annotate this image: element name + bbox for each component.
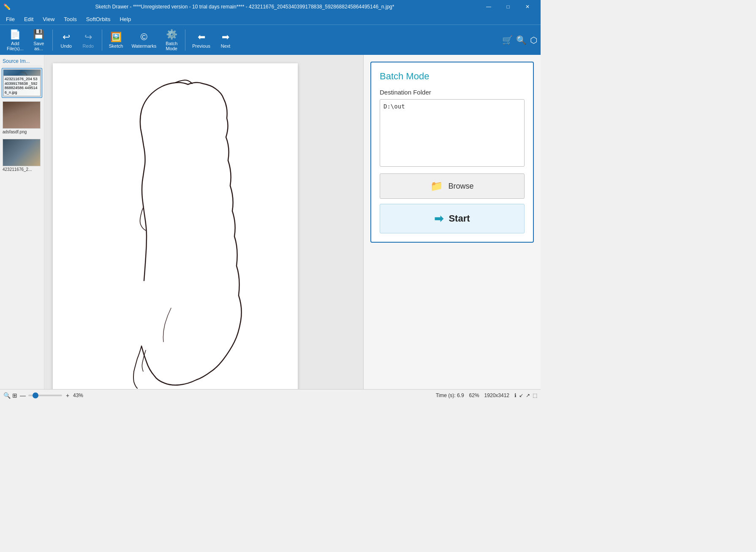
menu-edit[interactable]: Edit — [20, 15, 38, 23]
destination-folder-label: Destination Folder — [380, 89, 525, 96]
share-icon[interactable]: ↙ — [519, 392, 523, 398]
thumbnail-tooltip: 423211676_204 5340399178838 _59286882458… — [3, 76, 41, 96]
sidebar-title: Source Im... — [2, 57, 42, 66]
browse-button[interactable]: 📁 Browse — [380, 173, 525, 199]
right-panel: Batch Mode Destination Folder D:\out 📁 B… — [363, 55, 541, 389]
redo-label: Redo — [83, 43, 94, 49]
canvas-inner — [53, 63, 298, 389]
close-button[interactable]: ✕ — [518, 0, 537, 14]
menu-view[interactable]: View — [38, 15, 59, 23]
copy-icon[interactable]: ⬚ — [533, 392, 537, 398]
save-as-label: Saveas... — [33, 41, 44, 51]
thumbnail-1: 423211676_204 5340399178838 _59286882458… — [3, 69, 41, 97]
dimensions-label: 1920x3412 — [484, 392, 509, 398]
redo-button[interactable]: ↪ Redo — [78, 27, 98, 53]
watermarks-label: Watermarks — [131, 43, 156, 49]
toolbar-sep-3 — [185, 30, 185, 51]
menu-softorbits[interactable]: SoftOrbits — [82, 15, 115, 23]
undo-label: Undo — [61, 43, 72, 49]
zoom-value: 43% — [73, 392, 83, 398]
thumbnail-3 — [3, 139, 41, 166]
zoom-percent: 62% — [469, 392, 479, 398]
sidebar: Source Im... 423211676_204 5340399178838… — [0, 55, 44, 389]
sketch-button[interactable]: 🖼️ Sketch — [106, 27, 127, 53]
fit-icon[interactable]: ⊞ — [12, 392, 17, 399]
list-item[interactable]: 423211676_204 5340399178838 _59286882458… — [2, 68, 42, 98]
zoom-minus-button[interactable]: — — [19, 392, 27, 399]
sketch-icon: 🖼️ — [110, 32, 122, 43]
title-bar: ✏️ Sketch Drawer - ****Unregistered vers… — [0, 0, 541, 14]
title-bar-left: ✏️ — [3, 3, 11, 10]
canvas-area — [44, 55, 363, 389]
thumbnail-2 — [3, 101, 41, 129]
add-files-icon: 📄 — [9, 29, 21, 40]
zoom-controls: — + — [19, 392, 71, 399]
previous-icon: ⬅ — [198, 32, 205, 43]
list-item[interactable]: adsfasdf.png — [2, 100, 42, 135]
zoom-slider[interactable] — [28, 395, 62, 396]
toolbar-right-icons: 🛒 🔍 ⬡ — [502, 35, 537, 45]
time-label: Time (s): 6.9 — [436, 392, 464, 398]
previous-label: Previous — [192, 43, 210, 49]
save-as-button[interactable]: 💾 Saveas... — [29, 27, 49, 53]
browse-label: Browse — [448, 182, 473, 191]
info-icon[interactable]: ℹ — [514, 392, 517, 398]
menu-help[interactable]: Help — [115, 15, 135, 23]
zoom-thumb[interactable] — [33, 392, 38, 398]
main-area: Source Im... 423211676_204 5340399178838… — [0, 55, 541, 389]
title-bar-controls[interactable]: — □ ✕ — [479, 0, 537, 14]
batch-mode-label: BatchMode — [166, 41, 177, 51]
watermarks-icon: © — [141, 32, 147, 43]
destination-folder-input[interactable]: D:\out — [380, 99, 525, 167]
status-left: 🔍 ⊞ — + 43% — [3, 392, 83, 399]
cube-icon[interactable]: ⬡ — [530, 35, 537, 45]
add-files-label: AddFile(s)... — [7, 41, 24, 51]
previous-button[interactable]: ⬅ Previous — [189, 27, 214, 53]
start-arrow-icon: ➡ — [434, 212, 443, 225]
toolbar-sep-1 — [52, 30, 53, 51]
batch-mode-icon: ⚙️ — [166, 29, 177, 40]
cart-icon[interactable]: 🛒 — [502, 35, 513, 45]
next-label: Next — [221, 43, 231, 49]
maximize-button[interactable]: □ — [498, 0, 518, 14]
toolbar-sep-2 — [102, 30, 102, 51]
thumbnail-3-label: 423211676_2... — [3, 167, 41, 172]
zoom-plus-button[interactable]: + — [64, 392, 71, 399]
add-files-button[interactable]: 📄 AddFile(s)... — [3, 27, 27, 53]
batch-mode-title: Batch Mode — [380, 71, 525, 82]
menu-file[interactable]: File — [2, 15, 19, 23]
folder-icon: 📁 — [430, 180, 443, 192]
batch-panel: Batch Mode Destination Folder D:\out 📁 B… — [370, 62, 534, 243]
minimize-button[interactable]: — — [479, 0, 498, 14]
zoom-fit-icon[interactable]: 🔍 — [3, 392, 11, 399]
batch-mode-button[interactable]: ⚙️ BatchMode — [161, 27, 182, 53]
toolbar: 📄 AddFile(s)... 💾 Saveas... ↩ Undo ↪ Red… — [0, 24, 541, 55]
redo-icon: ↪ — [84, 32, 92, 43]
next-icon: ➡ — [222, 32, 229, 43]
list-item[interactable]: 423211676_2... — [2, 138, 42, 173]
menu-tools[interactable]: Tools — [60, 15, 81, 23]
status-right-icons: ℹ ↙ ↗ ⬚ — [514, 392, 537, 398]
app-icon: ✏️ — [3, 3, 11, 10]
share-up-icon[interactable]: ↗ — [526, 392, 530, 398]
undo-button[interactable]: ↩ Undo — [56, 27, 76, 53]
next-button[interactable]: ➡ Next — [215, 27, 236, 53]
watermarks-button[interactable]: © Watermarks — [128, 27, 160, 53]
status-icons: 🔍 ⊞ — [3, 392, 17, 399]
title-bar-text: Sketch Drawer - ****Unregistered version… — [11, 4, 479, 10]
save-as-icon: 💾 — [33, 29, 44, 40]
status-bar: 🔍 ⊞ — + 43% Time (s): 6.9 62% 1920x3412 … — [0, 389, 541, 401]
status-right: Time (s): 6.9 62% 1920x3412 ℹ ↙ ↗ ⬚ — [436, 392, 537, 398]
start-label: Start — [449, 213, 470, 224]
start-button[interactable]: ➡ Start — [380, 204, 525, 233]
thumbnail-2-label: adsfasdf.png — [3, 130, 41, 135]
undo-icon: ↩ — [63, 32, 70, 43]
sketch-label: Sketch — [109, 43, 123, 49]
search-icon[interactable]: 🔍 — [516, 35, 527, 45]
menu-bar: File Edit View Tools SoftOrbits Help — [0, 14, 541, 24]
sketch-drawing — [53, 63, 298, 389]
